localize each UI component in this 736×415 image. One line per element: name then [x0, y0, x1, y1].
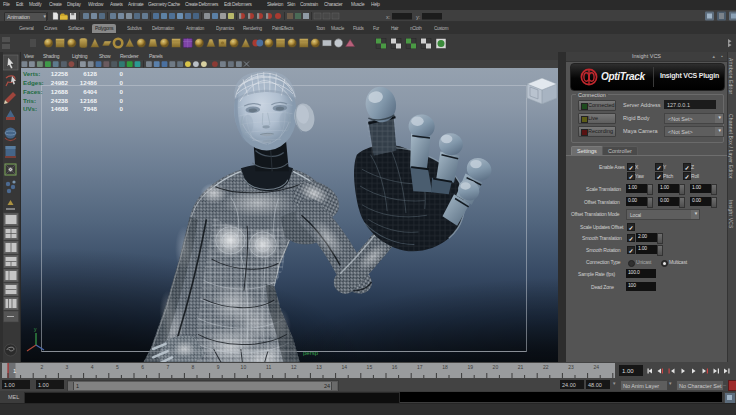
svg-text:7: 7 — [166, 364, 169, 370]
svg-text:12688: 12688 — [51, 88, 69, 95]
svg-text:20: 20 — [493, 364, 499, 370]
svg-text:0: 0 — [120, 97, 124, 104]
svg-text:6: 6 — [141, 364, 144, 370]
svg-text:14: 14 — [341, 364, 347, 370]
svg-text:12486: 12486 — [80, 79, 98, 86]
svg-text:6404: 6404 — [83, 88, 97, 95]
svg-text:12168: 12168 — [80, 97, 98, 104]
svg-text:13: 13 — [316, 364, 322, 370]
svg-text:persp: persp — [303, 350, 319, 356]
svg-text:x:: x: — [386, 14, 391, 20]
svg-text:24982: 24982 — [51, 79, 69, 86]
svg-text:24238: 24238 — [51, 97, 69, 104]
svg-text:10: 10 — [241, 364, 247, 370]
svg-text:2: 2 — [40, 364, 43, 370]
svg-text:y:: y: — [416, 14, 421, 20]
svg-text:11: 11 — [266, 364, 271, 370]
svg-text:5: 5 — [116, 364, 119, 370]
svg-text:12258: 12258 — [51, 70, 69, 77]
svg-text:17: 17 — [417, 364, 423, 370]
svg-text:8: 8 — [192, 364, 195, 370]
svg-text:1.00: 1.00 — [622, 368, 634, 374]
svg-text:Edges:: Edges: — [23, 79, 44, 86]
svg-text:18: 18 — [442, 364, 448, 370]
svg-text:Faces:: Faces: — [23, 88, 43, 95]
svg-text:24: 24 — [593, 364, 599, 370]
svg-text:14688: 14688 — [51, 105, 69, 112]
svg-text:23: 23 — [568, 364, 574, 370]
svg-text:3: 3 — [66, 364, 69, 370]
svg-text:21: 21 — [518, 364, 524, 370]
svg-text:7848: 7848 — [83, 105, 97, 112]
svg-text:15: 15 — [367, 364, 373, 370]
svg-text:UVs:: UVs: — [23, 105, 37, 112]
svg-text:12: 12 — [291, 364, 297, 370]
svg-text:19: 19 — [467, 364, 473, 370]
svg-text:22: 22 — [543, 364, 549, 370]
svg-text:6128: 6128 — [83, 70, 97, 77]
svg-text:0: 0 — [120, 88, 124, 95]
svg-text:0: 0 — [120, 105, 124, 112]
svg-text:9: 9 — [217, 364, 220, 370]
svg-text:4: 4 — [91, 364, 94, 370]
svg-text:Tris:: Tris: — [23, 97, 36, 104]
svg-text:Verts:: Verts: — [23, 70, 40, 77]
svg-text:0: 0 — [120, 70, 124, 77]
svg-text:0: 0 — [120, 79, 124, 86]
svg-text:16: 16 — [392, 364, 398, 370]
